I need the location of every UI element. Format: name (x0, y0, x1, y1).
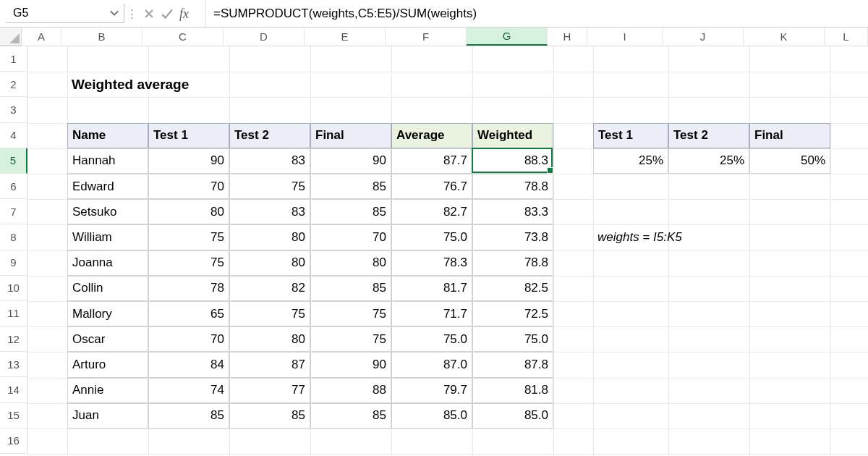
name-3[interactable]: William (67, 224, 148, 250)
main-header-2[interactable]: Test 2 (229, 123, 310, 148)
t1-0[interactable]: 90 (148, 148, 229, 174)
t1-6[interactable]: 65 (148, 301, 229, 326)
t1-9[interactable]: 74 (148, 378, 229, 403)
wgt-7[interactable]: 75.0 (472, 326, 553, 352)
t2-0[interactable]: 83 (229, 148, 310, 174)
t2-10[interactable]: 85 (229, 403, 310, 428)
row-header-11[interactable]: 11 (0, 301, 27, 326)
name-6[interactable]: Mallory (67, 301, 148, 326)
t1-1[interactable]: 70 (148, 174, 229, 199)
formula-input[interactable]: =SUMPRODUCT(weights,C5:E5)/SUM(weights) (205, 0, 868, 27)
avg-3[interactable]: 75.0 (391, 224, 472, 250)
row-header-6[interactable]: 6 (0, 174, 27, 199)
row-header-16[interactable]: 16 (0, 428, 27, 454)
weights-header-2[interactable]: Final (749, 123, 830, 148)
avg-7[interactable]: 75.0 (391, 326, 472, 352)
wgt-4[interactable]: 78.8 (472, 250, 553, 276)
wgt-2[interactable]: 83.3 (472, 199, 553, 224)
name-8[interactable]: Arturo (67, 352, 148, 377)
row-header-3[interactable]: 3 (0, 97, 27, 122)
col-header-E[interactable]: E (305, 28, 386, 46)
fin-5[interactable]: 85 (310, 276, 391, 301)
t2-2[interactable]: 83 (229, 199, 310, 224)
main-header-1[interactable]: Test 1 (148, 123, 229, 148)
fin-8[interactable]: 90 (310, 352, 391, 377)
col-header-J[interactable]: J (663, 28, 744, 46)
col-header-H[interactable]: H (548, 28, 587, 46)
fin-6[interactable]: 75 (310, 301, 391, 326)
row-header-7[interactable]: 7 (0, 199, 27, 224)
fin-9[interactable]: 88 (310, 378, 391, 403)
col-header-I[interactable]: I (587, 28, 663, 46)
t2-9[interactable]: 77 (229, 378, 310, 403)
row-header-1[interactable]: 1 (0, 46, 27, 72)
fx-icon[interactable]: fx (179, 7, 201, 21)
t2-8[interactable]: 87 (229, 352, 310, 377)
grid[interactable]: Weighted averageNameTest 1Test 2FinalAve… (27, 46, 868, 456)
wgt-9[interactable]: 81.8 (472, 378, 553, 403)
main-header-0[interactable]: Name (67, 123, 148, 148)
row-header-15[interactable]: 15 (0, 403, 27, 428)
fin-0[interactable]: 90 (310, 148, 391, 174)
name-0[interactable]: Hannah (67, 148, 148, 174)
wgt-10[interactable]: 85.0 (472, 403, 553, 428)
t1-7[interactable]: 70 (148, 326, 229, 352)
main-header-3[interactable]: Final (310, 123, 391, 148)
wgt-3[interactable]: 73.8 (472, 224, 553, 250)
col-header-A[interactable]: A (22, 28, 61, 46)
avg-9[interactable]: 79.7 (391, 378, 472, 403)
col-header-L[interactable]: L (825, 28, 868, 46)
col-header-F[interactable]: F (386, 28, 467, 46)
wgt-5[interactable]: 82.5 (472, 276, 553, 301)
t2-7[interactable]: 80 (229, 326, 310, 352)
cancel-icon[interactable] (143, 8, 155, 20)
name-7[interactable]: Oscar (67, 326, 148, 352)
row-header-10[interactable]: 10 (0, 276, 27, 301)
wgt-1[interactable]: 78.8 (472, 174, 553, 199)
fin-7[interactable]: 75 (310, 326, 391, 352)
name-5[interactable]: Collin (67, 276, 148, 301)
avg-4[interactable]: 78.3 (391, 250, 472, 276)
t1-8[interactable]: 84 (148, 352, 229, 377)
row-header-5[interactable]: 5 (0, 148, 27, 174)
fin-2[interactable]: 85 (310, 199, 391, 224)
col-header-G[interactable]: G (467, 28, 548, 46)
avg-1[interactable]: 76.7 (391, 174, 472, 199)
row-header-12[interactable]: 12 (0, 326, 27, 352)
fin-10[interactable]: 85 (310, 403, 391, 428)
t2-3[interactable]: 80 (229, 224, 310, 250)
check-icon[interactable] (161, 7, 174, 20)
t1-10[interactable]: 85 (148, 403, 229, 428)
t1-3[interactable]: 75 (148, 224, 229, 250)
t2-4[interactable]: 80 (229, 250, 310, 276)
t2-6[interactable]: 75 (229, 301, 310, 326)
avg-0[interactable]: 87.7 (391, 148, 472, 174)
row-header-2[interactable]: 2 (0, 72, 27, 97)
name-10[interactable]: Juan (67, 403, 148, 428)
weights-value-0[interactable]: 25% (593, 148, 668, 174)
name-2[interactable]: Setsuko (67, 199, 148, 224)
name-box[interactable]: G5 (6, 4, 124, 23)
name-9[interactable]: Annie (67, 378, 148, 403)
row-header-14[interactable]: 14 (0, 377, 27, 402)
row-header-4[interactable]: 4 (0, 123, 27, 148)
col-header-C[interactable]: C (142, 28, 224, 46)
row-header-9[interactable]: 9 (0, 250, 27, 276)
col-header-K[interactable]: K (744, 28, 825, 46)
fin-3[interactable]: 70 (310, 224, 391, 250)
weights-value-1[interactable]: 25% (668, 148, 749, 174)
avg-5[interactable]: 81.7 (391, 276, 472, 301)
avg-8[interactable]: 87.0 (391, 352, 472, 377)
main-header-5[interactable]: Weighted (472, 123, 553, 148)
wgt-8[interactable]: 87.8 (472, 352, 553, 377)
avg-10[interactable]: 85.0 (391, 403, 472, 428)
main-header-4[interactable]: Average (391, 123, 472, 148)
t1-4[interactable]: 75 (148, 250, 229, 276)
t1-2[interactable]: 80 (148, 199, 229, 224)
name-1[interactable]: Edward (67, 174, 148, 199)
weights-value-2[interactable]: 50% (749, 148, 830, 174)
row-header-8[interactable]: 8 (0, 224, 27, 250)
weights-header-0[interactable]: Test 1 (593, 123, 668, 148)
row-header-13[interactable]: 13 (0, 352, 27, 377)
t1-5[interactable]: 78 (148, 276, 229, 301)
